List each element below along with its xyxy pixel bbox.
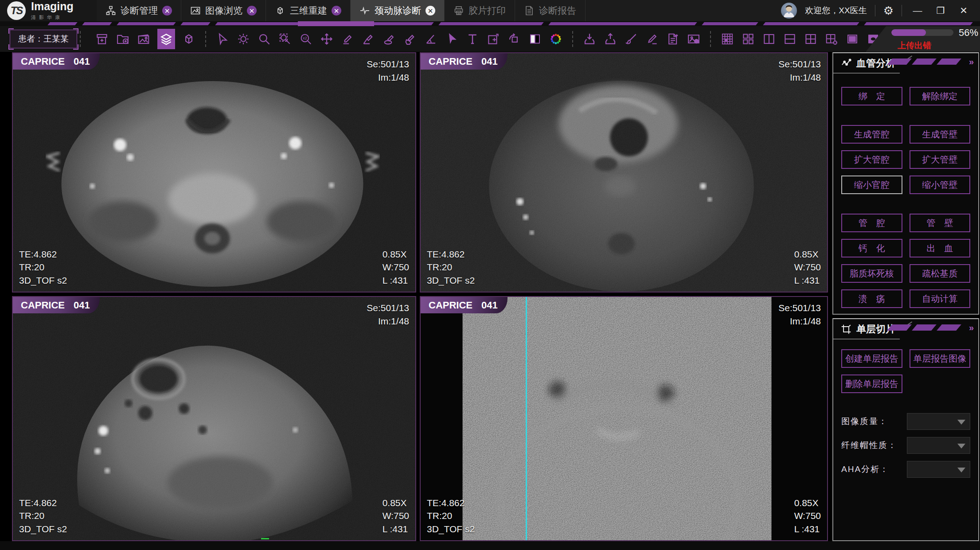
zoom-icon[interactable] [257,32,271,46]
cube-icon [275,5,285,16]
toolbar-separator [80,31,81,47]
series-name: CAPRICE [21,300,65,311]
viewport-grid: CAPRICE 041 Se:501/13Im:1/48 TE:4.862TR:… [12,52,828,541]
invert-icon[interactable] [528,32,542,46]
measure-polygon-icon[interactable] [403,32,417,46]
viewport-1[interactable]: CAPRICE 041 Se:501/13Im:1/48 TE:4.862TR:… [12,52,416,293]
button-缩小管壁[interactable]: 缩小管壁 [910,176,971,194]
rotate-view-icon[interactable] [507,32,521,46]
toolbar-separator [572,31,573,47]
waveform-icon [359,5,370,16]
tab-close-icon[interactable]: ✕ [162,6,172,16]
button-自动计算[interactable]: 自动计算 [910,289,971,308]
tab-close-icon[interactable]: ✕ [426,6,435,16]
measure-ellipse-icon[interactable] [382,32,396,46]
button-疏松基质[interactable]: 疏松基质 [910,264,971,283]
button-缩小官腔[interactable]: 缩小官腔 [841,176,902,194]
button-生成管腔[interactable]: 生成管腔 [841,125,902,144]
collapse-chevrons[interactable]: » [969,323,974,333]
image-mark-icon[interactable] [687,32,701,46]
patient-name-field[interactable]: 患者：王某某 [10,30,77,48]
button-单层报告图像[interactable]: 单层报告图像 [910,349,971,368]
minimize-button[interactable]: — [910,5,925,16]
zoom-region-icon[interactable] [278,32,292,46]
field-select-AHA分析[interactable] [907,461,970,478]
vessel-icon [840,58,852,69]
folder-add-icon[interactable] [116,32,130,46]
export-icon[interactable] [603,32,617,46]
roi-add-icon[interactable] [486,32,500,46]
button-脂质坏死核[interactable]: 脂质坏死核 [841,264,902,283]
zoom-2x-icon[interactable] [299,32,313,46]
button-扩大管腔[interactable]: 扩大管腔 [841,150,902,169]
photo-browser-icon[interactable] [137,32,151,46]
report-add-icon[interactable] [666,32,680,46]
layout-quad-icon[interactable] [741,32,755,46]
divider [875,5,875,16]
overlay-acquisition-info: TE:4.862TR:203D_TOF s2 [19,496,67,536]
tab-close-icon[interactable]: ✕ [247,6,257,16]
brush-icon[interactable] [624,32,638,46]
viewport-2[interactable]: CAPRICE 041 Se:501/13Im:1/48 TE:4.862TR:… [420,52,828,293]
tab-胶片打印: 胶片打印 [445,0,515,21]
pointer-icon[interactable] [445,32,459,46]
archive-add-icon[interactable] [95,32,109,46]
cube-3d-icon[interactable] [182,32,196,46]
viewport-4[interactable]: CAPRICE 041 Se:501/13Im:1/48 TE:4.862TR:… [420,296,828,541]
pan-icon[interactable] [320,32,334,46]
button-创建单层报告[interactable]: 创建单层报告 [841,349,902,368]
titlebar-right: 欢迎您，XX医生 ⚙ — ❐ ✕ [781,0,980,21]
overlay-acquisition-info: TE:4.862TR:203D_TOF s2 [19,248,67,287]
tab-三维重建[interactable]: 三维重建✕ [266,0,351,21]
mri-image-1 [13,53,415,292]
mri-image-4 [421,297,827,540]
maximize-button[interactable]: ❐ [933,5,948,16]
text-tool-icon[interactable] [465,32,480,46]
button-管壁[interactable]: 管 壁 [910,214,971,232]
tab-图像浏览[interactable]: 图像浏览✕ [181,0,266,21]
user-avatar[interactable] [781,3,797,19]
view-full-icon[interactable] [845,32,859,46]
layout-remove-icon[interactable] [824,32,839,46]
tab-诊断管理[interactable]: 诊断管理✕ [97,0,181,21]
logo-subtitle: 清影华康 [31,14,74,21]
series-banner: CAPRICE 041 [421,53,508,70]
layout-grid-focus-icon[interactable] [720,32,734,46]
field-select-纤维帽性质[interactable] [907,437,970,454]
single-slice-panel: 单层切片 » 创建单层报告单层报告图像删除单层报告 图像质量：纤维帽性质：AHA… [832,318,979,541]
button-钙化[interactable]: 钙 化 [841,239,902,257]
layers-icon[interactable] [157,29,175,49]
button-绑定[interactable]: 绑 定 [841,87,902,105]
close-button[interactable]: ✕ [956,5,971,16]
import-icon[interactable] [582,32,597,46]
button-生成管壁[interactable]: 生成管壁 [910,125,971,144]
button-出血[interactable]: 出 血 [910,239,971,257]
collapse-chevrons[interactable]: » [969,57,974,67]
field-select-图像质量[interactable] [907,413,970,430]
layout-2col-icon[interactable] [762,32,776,46]
reference-crosshair-line[interactable] [526,297,527,540]
color-wheel-icon[interactable] [549,32,563,46]
measure-angle-icon[interactable] [361,32,375,46]
overlay-display-info: 0.85XW:750L :431 [383,248,409,287]
tab-诊断报告: 诊断报告 [515,0,586,21]
layout-2row-icon[interactable] [783,32,797,46]
vessel-analysis-panel: 血管分析 » 绑 定解除绑定 生成管腔生成管壁扩大管腔扩大管壁缩小官腔缩小管壁 … [832,52,979,315]
viewport-3[interactable]: CAPRICE 041 Se:501/13Im:1/48 TE:4.862TR:… [12,296,416,541]
toolbar-separator [205,31,206,47]
button-扩大管壁[interactable]: 扩大管壁 [910,150,971,169]
brightness-icon[interactable] [236,32,250,46]
settings-gear-icon[interactable]: ⚙ [883,5,894,16]
tab-颈动脉诊断[interactable]: 颈动脉诊断✕ [351,0,445,21]
layout-2x2-icon[interactable] [804,32,818,46]
button-溃疡[interactable]: 溃 疡 [841,289,902,308]
button-管腔[interactable]: 管 腔 [841,214,902,232]
tab-close-icon[interactable]: ✕ [332,6,341,16]
header-decoration [890,59,959,65]
button-解除绑定[interactable]: 解除绑定 [910,87,971,105]
cursor-icon[interactable] [215,32,230,46]
angle-tool-icon[interactable] [424,32,438,46]
button-删除单层报告[interactable]: 删除单层报告 [841,374,902,393]
measure-line-icon[interactable] [340,32,355,46]
annotate-pen-icon[interactable] [645,32,659,46]
